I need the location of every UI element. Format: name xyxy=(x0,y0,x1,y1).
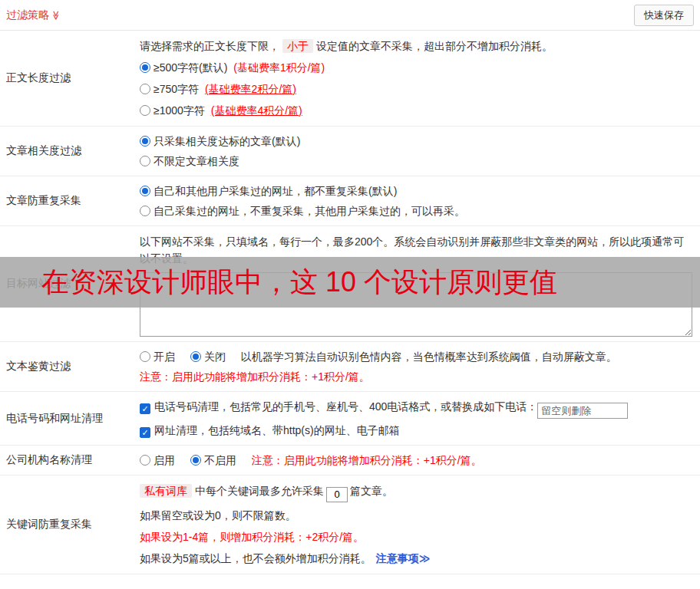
row-relevance-filter: 文章相关度过滤 只采集相关度达标的文章(默认) 不限定文章相关度 xyxy=(0,127,700,176)
dedup-filter-label: 文章防重复采集 xyxy=(0,176,134,225)
quick-save-button[interactable]: 快速保存 xyxy=(634,5,694,26)
radio-checked-icon[interactable] xyxy=(190,455,201,466)
url-clean-option[interactable]: 网址清理，包括纯域名、带http(s)的网址、电子邮箱 xyxy=(140,420,694,440)
keyword-line1-end: 篇文章。 xyxy=(350,485,393,497)
option-label: ≥1000字符 xyxy=(154,104,205,117)
keyword-note-five: 如果设为5篇或以上，也不会额外增加积分消耗。 xyxy=(140,552,371,564)
private-lexicon-tag: 私有词库 xyxy=(140,484,192,498)
row-phone-url-clean: 电话号码和网址清理 电话号码清理，包括常见的手机号、座机号、400电话格式，或替… xyxy=(0,392,700,446)
row-keyword-dedup: 关键词防重复采集 私有词库中每个关键词最多允许采集篇文章。 如果留空或设为0，则… xyxy=(0,475,700,574)
option-label: 网址清理，包括纯域名、带http(s)的网址、电子邮箱 xyxy=(154,424,400,436)
row-length-filter: 正文长度过滤 请选择需求的正文长度下限，小于设定值的文章不采集，超出部分不增加积… xyxy=(0,31,700,127)
dedup-option-self-only[interactable]: 自己采集过的网址，不重复采集，其他用户采集过的，可以再采。 xyxy=(140,201,694,221)
length-option-500[interactable]: ≥500字符(默认) (基础费率1积分/篇) xyxy=(140,57,694,78)
company-option-enable[interactable]: 启用 xyxy=(140,454,175,466)
row-dedup-filter: 文章防重复采集 自己和其他用户采集过的网址，都不重复采集(默认) 自己采集过的网… xyxy=(0,176,700,226)
row-company-clean: 公司机构名称清理 启用 不启用 注意：启用此功能将增加积分消耗：+1积分/篇。 xyxy=(0,446,700,475)
dedup-option-all-users[interactable]: 自己和其他用户采集过的网址，都不重复采集(默认) xyxy=(140,181,694,201)
option-label: 不限定文章相关度 xyxy=(154,155,239,167)
option-note: (基础费率1积分/篇) xyxy=(233,61,325,74)
radio-icon[interactable] xyxy=(140,156,150,166)
intro-pre: 请选择需求的正文长度下限， xyxy=(140,40,279,52)
company-option-disable[interactable]: 不启用 xyxy=(190,454,236,466)
option-label: 自己采集过的网址，不重复采集，其他用户采集过的，可以再采。 xyxy=(154,205,465,217)
page-title-text: 过滤策略 xyxy=(6,8,49,21)
length-filter-label: 正文长度过滤 xyxy=(0,31,134,126)
replacement-phone-input[interactable] xyxy=(537,403,628,419)
checkbox-checked-icon[interactable] xyxy=(140,403,150,414)
notes-link[interactable]: 注意事项≫ xyxy=(376,552,431,564)
option-note: (基础费率4积分/篇) xyxy=(211,104,302,117)
ad-banner-overlay: 在资深设计师眼中，这 10 个设计原则更值 xyxy=(0,257,700,308)
length-option-1000[interactable]: ≥1000字符 (基础费率4积分/篇) xyxy=(140,100,694,121)
less-than-tag: 小于 xyxy=(282,39,313,53)
keyword-note-cost: 如果设为1-4篇，则增加积分消耗：+2积分/篇。 xyxy=(140,526,694,548)
row-site-filter: 目标网站过滤 以下网站不采集，只填域名，每行一个，最多200个。系统会自动识别并… xyxy=(0,226,700,342)
intro-post: 设定值的文章不采集，超出部分不增加积分消耗。 xyxy=(316,40,553,52)
option-label: ≥750字符 xyxy=(154,83,199,95)
keyword-line1-mid: 中每个关键词最多允许采集 xyxy=(195,485,324,497)
porn-option-off[interactable]: 关闭 xyxy=(190,350,226,363)
radio-checked-icon[interactable] xyxy=(140,62,150,73)
porn-filter-desc: 以机器学习算法自动识别色情内容，当色情概率达到系统阈值，自动屏蔽文章。 xyxy=(241,350,617,363)
radio-icon[interactable] xyxy=(140,105,150,116)
company-clean-note: 注意：启用此功能将增加积分消耗：+1积分/篇。 xyxy=(252,454,482,466)
option-label: 电话号码清理，包括常见的手机号、座机号、400电话格式，或替换成如下电话： xyxy=(154,400,537,413)
row-porn-filter: 文本鉴黄过滤 开启 关闭 以机器学习算法自动识别色情内容，当色情概率达到系统阈值… xyxy=(0,342,700,392)
option-note: (基础费率2积分/篇) xyxy=(205,83,296,95)
option-label: ≥500字符(默认) xyxy=(154,61,227,74)
relevance-option-strict[interactable]: 只采集相关度达标的文章(默认) xyxy=(140,131,694,151)
keyword-dedup-label: 关键词防重复采集 xyxy=(0,475,134,574)
max-articles-input[interactable] xyxy=(326,487,348,502)
chevron-down-icon: ≫ xyxy=(51,10,61,20)
checkbox-checked-icon[interactable] xyxy=(140,427,150,438)
radio-icon[interactable] xyxy=(140,351,150,362)
option-label: 不启用 xyxy=(204,454,236,466)
radio-checked-icon[interactable] xyxy=(190,351,201,362)
header: 过滤策略≫ 快速保存 xyxy=(0,0,700,31)
relevance-filter-label: 文章相关度过滤 xyxy=(0,127,134,176)
radio-icon[interactable] xyxy=(140,206,150,216)
page-title[interactable]: 过滤策略≫ xyxy=(6,8,61,22)
option-label: 自己和其他用户采集过的网址，都不重复采集(默认) xyxy=(154,185,397,197)
porn-filter-note: 注意：启用此功能将增加积分消耗：+1积分/篇。 xyxy=(140,367,694,387)
length-option-750[interactable]: ≥750字符 (基础费率2积分/篇) xyxy=(140,78,694,100)
radio-icon[interactable] xyxy=(140,455,150,466)
option-label: 只采集相关度达标的文章(默认) xyxy=(154,135,300,147)
relevance-option-any[interactable]: 不限定文章相关度 xyxy=(140,151,694,171)
phone-clean-option[interactable]: 电话号码清理，包括常见的手机号、座机号、400电话格式，或替换成如下电话： xyxy=(140,397,694,420)
company-clean-label: 公司机构名称清理 xyxy=(0,446,134,475)
length-filter-intro: 请选择需求的正文长度下限，小于设定值的文章不采集，超出部分不增加积分消耗。 xyxy=(140,35,694,57)
option-label: 开启 xyxy=(154,350,175,363)
radio-checked-icon[interactable] xyxy=(140,186,150,196)
radio-checked-icon[interactable] xyxy=(140,136,150,146)
option-label: 关闭 xyxy=(204,350,226,363)
porn-option-on[interactable]: 开启 xyxy=(140,350,175,363)
keyword-note-zero: 如果留空或设为0，则不限篇数。 xyxy=(140,505,694,526)
phone-url-clean-label: 电话号码和网址清理 xyxy=(0,392,134,445)
porn-filter-label: 文本鉴黄过滤 xyxy=(0,342,134,391)
radio-icon[interactable] xyxy=(140,84,150,94)
option-label: 启用 xyxy=(154,454,175,466)
ad-banner-text: 在资深设计师眼中，这 10 个设计原则更值 xyxy=(0,264,557,301)
